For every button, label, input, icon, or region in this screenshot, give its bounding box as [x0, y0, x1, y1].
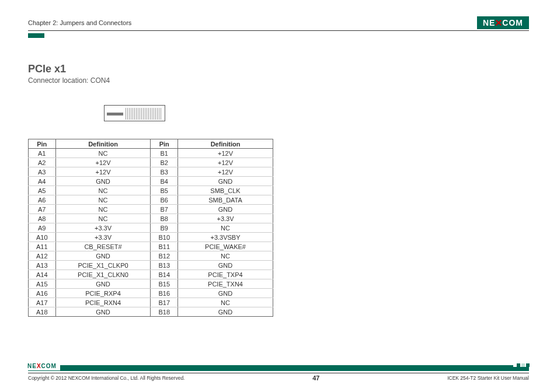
pin-cell: B12 — [151, 251, 178, 261]
pin-cell: B7 — [151, 205, 178, 214]
pin-cell: B16 — [151, 289, 178, 298]
col-def-a: Definition — [55, 139, 151, 149]
table-row: A2+12VB2+12V — [29, 158, 273, 167]
pin-cell: A12 — [29, 251, 56, 261]
pin-cell: A13 — [29, 261, 56, 270]
def-cell: GND — [55, 251, 151, 261]
def-cell: PCIE_RXN4 — [55, 298, 151, 307]
page-number: 47 — [312, 374, 319, 382]
connector-diagram — [104, 105, 165, 121]
footer-squares-icon — [513, 363, 530, 367]
pin-cell: B5 — [151, 186, 178, 195]
def-cell: GND — [55, 307, 151, 317]
def-cell: NC — [55, 214, 151, 223]
col-def-b: Definition — [178, 139, 273, 149]
section-title: PCIe x1 — [28, 63, 529, 75]
def-cell: GND — [178, 289, 273, 298]
pin-cell: B15 — [151, 279, 178, 289]
def-cell: +12V — [178, 149, 273, 158]
mini-brand-x: X — [37, 363, 41, 369]
table-row: A12GNDB12NC — [29, 251, 273, 261]
footer-logo: NEXCOM — [27, 360, 60, 370]
pin-cell: A1 — [29, 149, 56, 158]
pin-cell: B2 — [151, 158, 178, 167]
pin-cell: A11 — [29, 242, 56, 251]
pin-cell: B4 — [151, 177, 178, 186]
def-cell: PCIE_TXN4 — [178, 279, 273, 289]
pin-cell: A14 — [29, 270, 56, 279]
def-cell: SMB_CLK — [178, 186, 273, 195]
pin-cell: B6 — [151, 195, 178, 205]
def-cell: NC — [55, 149, 151, 158]
table-row: A5NCB5SMB_CLK — [29, 186, 273, 195]
pin-cell: B13 — [151, 261, 178, 270]
pin-cell: A9 — [29, 223, 56, 233]
def-cell: +12V — [178, 158, 273, 167]
def-cell: PCIE_RXP4 — [55, 289, 151, 298]
table-row: A13PCIE_X1_CLKP0B13GND — [29, 261, 273, 270]
table-row: A15GNDB15PCIE_TXN4 — [29, 279, 273, 289]
pin-cell: A10 — [29, 233, 56, 242]
table-row: A8NCB8+3.3V — [29, 214, 273, 223]
table-row: A10+3.3VB10+3.3VSBY — [29, 233, 273, 242]
def-cell: +12V — [55, 158, 151, 167]
def-cell: GND — [178, 261, 273, 270]
pin-cell: A3 — [29, 167, 56, 177]
table-row: A18GNDB18GND — [29, 307, 273, 317]
table-header-row: Pin Definition Pin Definition — [29, 139, 273, 149]
def-cell: SMB_DATA — [178, 195, 273, 205]
pin-cell: B10 — [151, 233, 178, 242]
accent-block — [28, 33, 44, 38]
copyright-text: Copyright © 2012 NEXCOM International Co… — [28, 375, 184, 381]
pin-cell: B9 — [151, 223, 178, 233]
pin-cell: A15 — [29, 279, 56, 289]
def-cell: NC — [55, 195, 151, 205]
table-row: A7NCB7GND — [29, 205, 273, 214]
pin-cell: B11 — [151, 242, 178, 251]
doc-title: ICEK 254-T2 Starter Kit User Manual — [447, 375, 529, 381]
col-pin-b: Pin — [151, 139, 178, 149]
mini-brand-left: NE — [27, 363, 37, 369]
def-cell: +3.3V — [55, 233, 151, 242]
def-cell: +12V — [178, 167, 273, 177]
def-cell: PCIE_TXP4 — [178, 270, 273, 279]
def-cell: PCIE_X1_CLKN0 — [55, 270, 151, 279]
pin-cell: B8 — [151, 214, 178, 223]
page-footer: NEXCOM Copyright © 2012 NEXCOM Internati… — [28, 365, 529, 382]
pin-table: Pin Definition Pin Definition A1NCB1+12V… — [28, 139, 273, 317]
table-row: A14PCIE_X1_CLKN0B14PCIE_TXP4 — [29, 270, 273, 279]
def-cell: +3.3VSBY — [178, 233, 273, 242]
pin-cell: A5 — [29, 186, 56, 195]
def-cell: CB_RESET# — [55, 242, 151, 251]
brand-text-right: COM — [502, 18, 523, 27]
pin-cell: B18 — [151, 307, 178, 317]
def-cell: +3.3V — [55, 223, 151, 233]
def-cell: GND — [55, 279, 151, 289]
chapter-title: Chapter 2: Jumpers and Connectors — [28, 19, 131, 26]
table-row: A6NCB6SMB_DATA — [29, 195, 273, 205]
def-cell: NC — [178, 223, 273, 233]
def-cell: NC — [55, 186, 151, 195]
pin-cell: A7 — [29, 205, 56, 214]
footer-bar: NEXCOM — [28, 365, 529, 371]
mini-brand-right: COM — [41, 363, 57, 369]
pin-cell: A17 — [29, 298, 56, 307]
pin-cell: A18 — [29, 307, 56, 317]
table-row: A16PCIE_RXP4B16GND — [29, 289, 273, 298]
page-header: Chapter 2: Jumpers and Connectors NE COM — [28, 16, 529, 31]
table-row: A4GNDB4GND — [29, 177, 273, 186]
def-cell: GND — [55, 177, 151, 186]
def-cell: GND — [178, 205, 273, 214]
pin-cell: A6 — [29, 195, 56, 205]
def-cell: NC — [178, 298, 273, 307]
def-cell: +3.3V — [178, 214, 273, 223]
brand-text-left: NE — [483, 18, 495, 27]
pin-cell: A2 — [29, 158, 56, 167]
def-cell: PCIE_WAKE# — [178, 242, 273, 251]
def-cell: +12V — [55, 167, 151, 177]
table-row: A3+12VB3+12V — [29, 167, 273, 177]
brand-logo: NE COM — [477, 16, 529, 29]
table-row: A1NCB1+12V — [29, 149, 273, 158]
pin-cell: B17 — [151, 298, 178, 307]
table-row: A9+3.3VB9NC — [29, 223, 273, 233]
